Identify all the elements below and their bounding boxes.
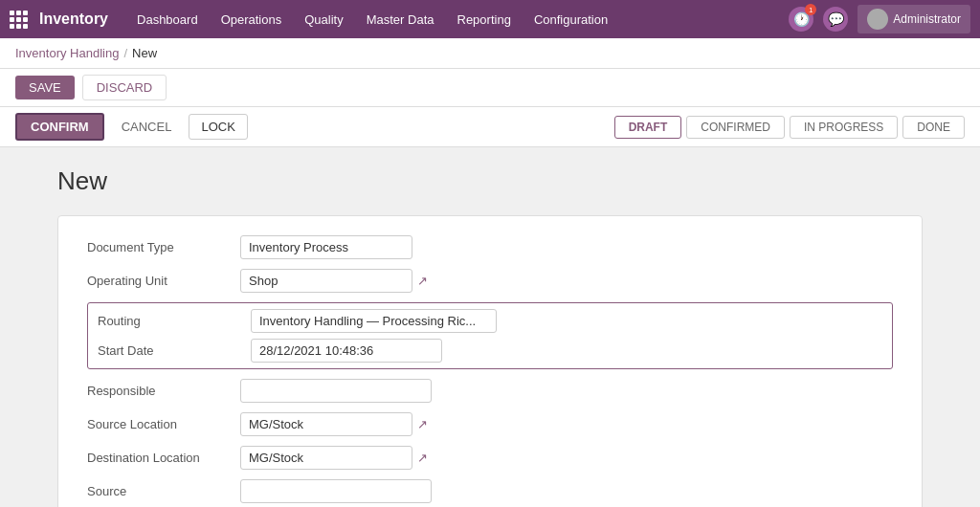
document-type-row: Document Type Inventory Process [87, 235, 893, 259]
save-button[interactable]: SAVE [15, 76, 75, 99]
nav-configuration[interactable]: Configuration [524, 7, 617, 33]
destination-location-value: MG/Stock ↗ [240, 446, 893, 470]
confirm-button[interactable]: CONFIRM [15, 113, 104, 141]
discard-button[interactable]: DISCARD [82, 75, 167, 100]
top-navigation: Inventory Dashboard Operations Quality M… [0, 0, 980, 38]
start-date-label: Start Date [98, 343, 251, 358]
document-type-value: Inventory Process [240, 235, 893, 259]
notification-badge: 1 [805, 4, 816, 15]
stage-done[interactable]: DONE [902, 116, 965, 139]
responsible-label: Responsible [87, 384, 240, 398]
nav-dashboard[interactable]: Dashboard [127, 7, 208, 33]
source-row: Source [87, 479, 893, 503]
source-value [240, 479, 893, 503]
operating-unit-select[interactable]: Shop [240, 269, 412, 293]
nav-master-data[interactable]: Master Data [357, 7, 444, 33]
document-type-label: Document Type [87, 240, 240, 254]
breadcrumb-separator: / [123, 46, 127, 60]
operating-unit-row: Operating Unit Shop ↗ [87, 269, 893, 293]
nav-operations[interactable]: Operations [212, 7, 292, 33]
stage-draft[interactable]: DRAFT [614, 116, 682, 139]
form-container: Document Type Inventory Process Operatin… [57, 215, 923, 507]
cancel-button[interactable]: CANCEL [112, 115, 182, 139]
nav-reporting[interactable]: Reporting [448, 7, 521, 33]
main-content: New Document Type Inventory Process Oper… [0, 147, 980, 507]
start-date-row: Start Date 28/12/2021 10:48:36 [98, 339, 882, 363]
action-bar: SAVE DISCARD [0, 69, 980, 107]
destination-location-ext-link[interactable]: ↗ [417, 451, 428, 465]
source-location-row: Source Location MG/Stock ↗ [87, 412, 893, 436]
responsible-row: Responsible [87, 379, 893, 403]
routing-value: Inventory Handling — Processing Ric... [251, 309, 882, 333]
breadcrumb-current: New [132, 46, 157, 60]
breadcrumb-parent[interactable]: Inventory Handling [15, 46, 119, 60]
source-location-value: MG/Stock ↗ [240, 412, 893, 436]
responsible-value [240, 379, 893, 403]
admin-label: Administrator [893, 12, 961, 26]
source-input[interactable] [240, 479, 432, 503]
form-title: New [57, 166, 923, 196]
status-bar: CONFIRM CANCEL LOCK DRAFT CONFIRMED IN P… [0, 107, 980, 147]
nav-menu: Dashboard Operations Quality Master Data… [127, 7, 617, 33]
routing-row: Routing Inventory Handling — Processing … [98, 309, 882, 333]
routing-label: Routing [98, 314, 251, 328]
nav-quality[interactable]: Quality [295, 7, 352, 33]
apps-icon[interactable] [10, 11, 28, 29]
app-brand: Inventory [10, 11, 108, 29]
start-date-value: 28/12/2021 10:48:36 [251, 339, 882, 363]
admin-avatar [867, 9, 888, 30]
app-name: Inventory [39, 11, 108, 28]
source-location-select[interactable]: MG/Stock [240, 412, 412, 436]
operating-unit-label: Operating Unit [87, 274, 240, 288]
routing-box: Routing Inventory Handling — Processing … [87, 302, 893, 369]
topnav-right: 🕐 1 💬 Administrator [789, 5, 970, 33]
destination-location-select[interactable]: MG/Stock [240, 446, 412, 470]
lock-button[interactable]: LOCK [189, 114, 247, 140]
source-location-label: Source Location [87, 417, 240, 431]
stage-in-progress[interactable]: IN PROGRESS [790, 116, 898, 139]
routing-select[interactable]: Inventory Handling — Processing Ric... [251, 309, 497, 333]
responsible-input[interactable] [240, 379, 432, 403]
destination-location-row: Destination Location MG/Stock ↗ [87, 446, 893, 470]
admin-menu[interactable]: Administrator [858, 5, 970, 33]
chat-icon[interactable]: 💬 [823, 7, 848, 32]
breadcrumb: Inventory Handling / New [0, 38, 980, 69]
start-date-select[interactable]: 28/12/2021 10:48:36 [251, 339, 442, 363]
source-location-ext-link[interactable]: ↗ [417, 417, 428, 431]
operating-unit-value: Shop ↗ [240, 269, 893, 293]
stage-confirmed[interactable]: CONFIRMED [686, 116, 785, 139]
source-label: Source [87, 484, 240, 498]
destination-location-label: Destination Location [87, 451, 240, 465]
status-stages: DRAFT CONFIRMED IN PROGRESS DONE [614, 116, 965, 139]
notification-icon[interactable]: 🕐 1 [789, 7, 813, 32]
document-type-select[interactable]: Inventory Process [240, 235, 412, 259]
operating-unit-ext-link[interactable]: ↗ [417, 274, 428, 288]
